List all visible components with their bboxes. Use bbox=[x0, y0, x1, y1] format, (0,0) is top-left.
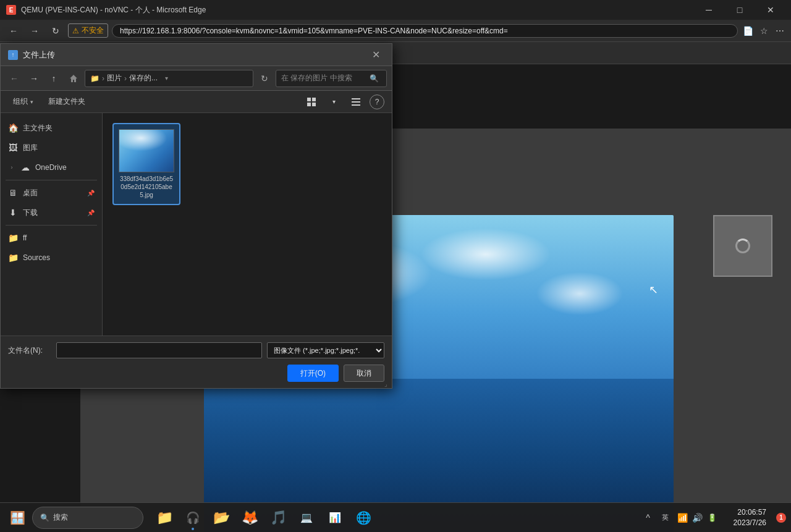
taskbar-app-edge[interactable]: 🌐 bbox=[350, 504, 377, 531]
security-warning: ⚠ 不安全 bbox=[68, 23, 108, 38]
organize-button[interactable]: 组织 ▾ bbox=[8, 95, 38, 109]
sidebar-item-sources[interactable]: 📁 Sources bbox=[1, 248, 102, 268]
file-thumbnail bbox=[119, 129, 174, 172]
sidebar-item-gallery[interactable]: 🖼 图库 bbox=[1, 138, 102, 158]
warning-icon: ⚠ bbox=[72, 27, 79, 35]
taskbar-app-monitor[interactable]: 📊 bbox=[321, 504, 349, 531]
svg-rect-4 bbox=[352, 98, 360, 99]
file-item[interactable]: 338df34ad3d1b6e50d5e2d142105abe5.jpg bbox=[112, 123, 180, 205]
dialog-title: 文件上传 bbox=[23, 49, 362, 61]
file-upload-dialog: ↑ 文件上传 ✕ ← → ↑ 📁 › 图片 › 保存的... ▾ ↻ 在 保存的… bbox=[0, 43, 392, 389]
cancel-button[interactable]: 取消 bbox=[344, 365, 384, 382]
tray-network-icon[interactable]: 📶 bbox=[677, 512, 689, 524]
desktop-pin-icon: 📌 bbox=[87, 190, 95, 196]
dialog-close-button[interactable]: ✕ bbox=[367, 46, 384, 64]
favorites-icon[interactable]: ☆ bbox=[758, 25, 770, 37]
maximize-button[interactable]: □ bbox=[725, 0, 754, 20]
sidebar-item-home[interactable]: 🏠 主文件夹 bbox=[1, 118, 102, 138]
browser-menu-icon[interactable]: ⋯ bbox=[774, 25, 786, 37]
breadcrumb-dropdown-icon[interactable]: ▾ bbox=[160, 72, 172, 85]
desktop-icon: 🖥 bbox=[8, 188, 18, 198]
clock-date: 2023/7/26 bbox=[734, 518, 766, 528]
dialog-breadcrumb[interactable]: 📁 › 图片 › 保存的... ▾ bbox=[85, 70, 253, 87]
help-button[interactable]: ? bbox=[370, 95, 384, 109]
reader-mode-icon[interactable]: 📄 bbox=[742, 25, 754, 37]
dialog-up-button[interactable]: ↑ bbox=[45, 70, 62, 87]
filetype-select[interactable]: 图像文件 (*.jpe;*.jpg;*.jpeg;*. bbox=[267, 342, 384, 358]
minimize-button[interactable]: ─ bbox=[695, 0, 723, 20]
refresh-button[interactable]: ↻ bbox=[47, 22, 64, 40]
dialog-file-area[interactable]: 338df34ad3d1b6e50d5e2d142105abe5.jpg bbox=[103, 113, 392, 336]
search-placeholder-text: 在 保存的图片 中搜索 bbox=[281, 73, 364, 83]
sidebar-divider-1 bbox=[6, 180, 97, 180]
organize-label: 组织 bbox=[13, 96, 28, 107]
dialog-search-bar[interactable]: 在 保存的图片 中搜索 🔍 bbox=[276, 70, 387, 87]
sidebar-item-onedrive-label: OneDrive bbox=[35, 163, 67, 172]
back-button[interactable]: ← bbox=[5, 22, 22, 40]
taskbar-app-terminal[interactable]: 💻 bbox=[293, 504, 320, 531]
breadcrumb-arrow2: › bbox=[124, 74, 127, 83]
search-icon[interactable]: 🔍 bbox=[366, 71, 381, 86]
taskbar-app-music[interactable]: 🎵 bbox=[264, 504, 292, 531]
url-bar[interactable]: https://192.168.1.9:8006/?console=kvm&no… bbox=[112, 24, 738, 38]
home-icon: 🏠 bbox=[8, 123, 18, 133]
taskbar-apps: 📁 🎧 📂 🦊 🎵 💻 📊 🌐 bbox=[151, 504, 377, 531]
sidebar-item-desktop[interactable]: 🖥 桌面 📌 bbox=[1, 183, 102, 203]
file-grid: 338df34ad3d1b6e50d5e2d142105abe5.jpg bbox=[112, 123, 382, 205]
taskbar-app-files[interactable]: 📁 bbox=[151, 504, 178, 531]
browser-icon: E bbox=[6, 5, 16, 15]
taskbar-right: ^ 英 📶 🔊 🔋 20:06:57 2023/7/26 1 bbox=[637, 507, 786, 528]
sidebar-item-downloads[interactable]: ⬇ 下载 📌 bbox=[1, 203, 102, 222]
gallery-icon: 🖼 bbox=[8, 143, 18, 153]
dialog-bottom: 文件名(N): 图像文件 (*.jpe;*.jpg;*.jpeg;*. 打开(O… bbox=[1, 336, 392, 388]
sidebar-item-ff[interactable]: 📁 ff bbox=[1, 228, 102, 248]
breadcrumb-arrow1: › bbox=[102, 74, 104, 83]
tray-expand-icon[interactable]: ^ bbox=[642, 512, 654, 524]
action-row: 打开(O) 取消 bbox=[8, 365, 384, 382]
downloads-pin-icon: 📌 bbox=[87, 209, 95, 216]
notification-badge[interactable]: 1 bbox=[776, 513, 786, 523]
open-button[interactable]: 打开(O) bbox=[287, 365, 339, 382]
dialog-home-button[interactable] bbox=[65, 70, 82, 87]
view-list-button[interactable] bbox=[347, 93, 365, 111]
dialog-sidebar: 🏠 主文件夹 🖼 图库 › ☁ OneDrive 🖥 桌面 📌 bbox=[1, 113, 103, 336]
new-folder-button[interactable]: 新建文件夹 bbox=[43, 95, 90, 109]
dialog-refresh-button[interactable]: ↻ bbox=[256, 70, 273, 87]
window-title: QEMU (PVE-INS-CAN) - noVNC - 个人 - Micros… bbox=[21, 5, 690, 15]
warning-text: 不安全 bbox=[82, 25, 104, 36]
taskbar-app-folder2[interactable]: 📂 bbox=[208, 504, 235, 531]
svg-rect-3 bbox=[312, 103, 316, 106]
view-toggle-button[interactable] bbox=[303, 93, 320, 111]
dialog-body: 🏠 主文件夹 🖼 图库 › ☁ OneDrive 🖥 桌面 📌 bbox=[1, 113, 392, 336]
onedrive-expand-icon: › bbox=[8, 164, 15, 171]
forward-button[interactable]: → bbox=[26, 22, 43, 40]
start-button[interactable]: 🪟 bbox=[5, 505, 30, 530]
tray-lang-icon[interactable]: 英 bbox=[657, 512, 674, 524]
breadcrumb-part2: 保存的... bbox=[129, 73, 158, 83]
view-dropdown-button[interactable]: ▾ bbox=[325, 93, 342, 111]
sidebar-item-home-label: 主文件夹 bbox=[23, 123, 53, 133]
taskbar-search-label: 搜索 bbox=[53, 512, 68, 523]
taskbar-app-headset[interactable]: 🎧 bbox=[179, 504, 206, 531]
close-button[interactable]: ✕ bbox=[756, 0, 785, 20]
svg-rect-1 bbox=[312, 98, 316, 101]
clock-time: 20:06:57 bbox=[734, 507, 766, 518]
taskbar-clock[interactable]: 20:06:57 2023/7/26 bbox=[729, 507, 771, 528]
file-name: 338df34ad3d1b6e50d5e2d142105abe5.jpg bbox=[119, 175, 174, 199]
sidebar-item-gallery-label: 图库 bbox=[23, 143, 38, 153]
sidebar-item-onedrive[interactable]: › ☁ OneDrive bbox=[1, 158, 102, 177]
file-thumbnail-img bbox=[119, 130, 174, 172]
taskbar-app-firefox[interactable]: 🦊 bbox=[236, 504, 263, 531]
loading-spinner bbox=[735, 239, 750, 253]
dialog-back-button[interactable]: ← bbox=[6, 70, 23, 87]
filename-input[interactable] bbox=[56, 342, 262, 358]
dialog-forward-button[interactable]: → bbox=[25, 70, 43, 87]
dialog-nav-bar: ← → ↑ 📁 › 图片 › 保存的... ▾ ↻ 在 保存的图片 中搜索 🔍 bbox=[1, 66, 392, 91]
tray-sound-icon[interactable]: 🔊 bbox=[692, 512, 704, 524]
sidebar-divider-2 bbox=[6, 225, 97, 226]
tray-battery-icon[interactable]: 🔋 bbox=[706, 512, 719, 524]
taskbar-search[interactable]: 🔍 搜索 bbox=[32, 507, 143, 529]
browser-title-bar: E QEMU (PVE-INS-CAN) - noVNC - 个人 - Micr… bbox=[0, 0, 791, 20]
ff-folder-icon: 📁 bbox=[8, 233, 18, 243]
dialog-resize-handle[interactable]: ⌟ bbox=[384, 381, 392, 388]
